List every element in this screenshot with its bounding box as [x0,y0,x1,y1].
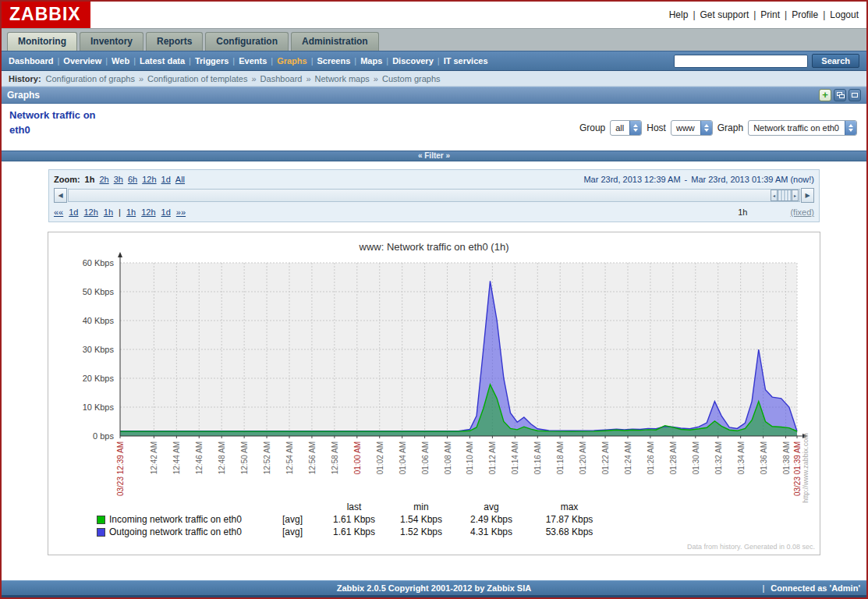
separator: | [232,56,235,66]
nav-back-fast[interactable]: «« [54,207,63,217]
profile-link[interactable]: Profile [792,9,818,20]
history-item[interactable]: Configuration of templates [147,74,247,83]
svg-text:01:36 AM: 01:36 AM [760,441,768,474]
svg-text:12:56 AM: 12:56 AM [308,441,317,474]
host-select[interactable]: www [671,120,713,136]
legend-max: 17.87 Kbps [529,514,610,525]
help-link[interactable]: Help [669,9,689,20]
subnav-item-web[interactable]: Web [112,56,129,66]
subnav-item-maps[interactable]: Maps [360,56,382,66]
subnav-item-overview[interactable]: Overview [63,56,101,66]
zoom-link-2h[interactable]: 2h [99,175,108,184]
search-input[interactable] [674,55,808,68]
select-arrows-icon [629,121,641,135]
separator: | [693,9,695,20]
history-item[interactable]: Custom graphs [382,74,441,83]
fixed-link[interactable]: (fixed) [790,207,814,217]
top-links: Help|Get support|Print|Profile|Logout [669,9,866,20]
svg-text:01:12 AM: 01:12 AM [488,441,497,474]
graph-label: Graph [717,122,743,133]
nav-fwd-1h[interactable]: 1h [126,207,136,217]
subnav-item-dashboard[interactable]: Dashboard [9,56,53,66]
get-support-link[interactable]: Get support [700,9,749,20]
nav-back-12h[interactable]: 12h [84,207,98,217]
nav-fwd-fast[interactable]: »» [176,207,186,217]
subnav-item-it-services[interactable]: IT services [444,56,488,66]
main-tabs: Monitoring Inventory Reports Configurati… [2,28,866,51]
svg-text:12:42 AM: 12:42 AM [150,441,158,474]
zoom-link-3h[interactable]: 3h [114,175,123,184]
scroll-left-button[interactable]: ◀ [54,188,67,203]
legend-fn: [avg] [282,526,320,537]
graph-image-panel: www: Network traffic on eth0 (1h) 0 bps1… [48,232,820,555]
subnav-item-events[interactable]: Events [239,56,267,66]
subnav-item-graphs[interactable]: Graphs [277,56,307,66]
separator: | [438,56,440,66]
thumb-grip[interactable] [778,190,792,201]
period-from-link[interactable]: Mar 23rd, 2013 12:39 AM [583,175,680,184]
add-to-favourites-button[interactable]: + [819,89,831,101]
crumb-separator: » [139,74,143,83]
time-control: Zoom: 1h 2h 3h 6h 12h 1d All Mar 23rd, 2… [48,169,820,222]
fullscreen-button[interactable] [849,89,861,101]
separator: | [753,9,756,20]
svg-text:01:06 AM: 01:06 AM [421,441,430,474]
tab-reports[interactable]: Reports [146,32,203,51]
zoom-link-all[interactable]: All [175,175,185,184]
svg-text:01:20 AM: 01:20 AM [579,441,587,474]
graph-select[interactable]: Network traffic on eth0 [748,120,857,136]
svg-text:20 Kbps: 20 Kbps [83,374,115,383]
scroll-right-button[interactable]: ▶ [801,188,814,203]
separator: | [133,56,136,66]
nav-back-1d[interactable]: 1d [69,207,78,217]
subnav-item-triggers[interactable]: Triggers [195,56,229,66]
tab-inventory[interactable]: Inventory [80,32,143,51]
nav-fwd-1d[interactable]: 1d [161,207,171,217]
nav-back-1h[interactable]: 1h [104,207,113,217]
zoom-link-6h[interactable]: 6h [128,175,137,184]
group-select[interactable]: all [610,120,642,136]
tab-administration[interactable]: Administration [291,32,379,51]
filter-label: « Filter » [418,152,450,160]
svg-text:01:16 AM: 01:16 AM [533,441,542,474]
tab-configuration[interactable]: Configuration [205,32,289,51]
search-button[interactable]: Search [812,54,859,68]
subnav-item-discovery[interactable]: Discovery [392,56,434,66]
separator: | [105,56,108,66]
zoom-link-12h[interactable]: 12h [142,175,156,184]
chart-footnote: Data from history. Generated in 0.08 sec… [687,543,815,551]
separator: | [271,56,273,66]
tab-monitoring[interactable]: Monitoring [7,32,77,51]
history-item[interactable]: Dashboard [260,74,303,83]
filter-toggle[interactable]: « Filter » [2,151,866,161]
svg-text:http://www.zabbix.com: http://www.zabbix.com [802,433,810,503]
nav-fwd-12h[interactable]: 12h [141,207,155,217]
svg-text:12:50 AM: 12:50 AM [240,441,249,474]
legend-header: last [320,502,388,512]
footer: Zabbix 2.0.5 Copyright 2001-2012 by Zabb… [2,580,866,597]
zabbix-logo: ZABBIX [2,2,90,28]
legend-avg: 2.49 Kbps [454,514,529,525]
connected-as: |Connected as 'Admin' [763,583,861,593]
top-header: ZABBIX Help|Get support|Print|Profile|Lo… [2,2,866,28]
scrollbar-thumb[interactable]: ◂ ▸ [771,190,799,201]
history-item[interactable]: Configuration of graphs [46,74,135,83]
print-link[interactable]: Print [760,9,780,20]
thumb-right-icon[interactable]: ▸ [792,190,799,201]
svg-text:01:02 AM: 01:02 AM [376,441,384,474]
zoom-link-1d[interactable]: 1d [161,175,171,184]
svg-text:01:22 AM: 01:22 AM [601,441,610,474]
group-label: Group [579,122,605,133]
svg-text:12:52 AM: 12:52 AM [263,441,271,474]
period-to-link[interactable]: Mar 23rd, 2013 01:39 AM (now!) [691,175,814,184]
legend-max: 53.68 Kbps [529,526,610,537]
subnav-item-screens[interactable]: Screens [317,56,351,66]
history-item[interactable]: Network maps [315,74,370,83]
cascade-windows-button[interactable] [834,89,846,101]
scrollbar-track[interactable] [68,189,800,202]
legend-last: 1.61 Kbps [320,526,388,537]
logout-link[interactable]: Logout [830,9,859,20]
crumb-separator: » [374,74,378,83]
subnav-item-latest-data[interactable]: Latest data [140,56,185,66]
thumb-left-icon[interactable]: ◂ [771,190,778,201]
